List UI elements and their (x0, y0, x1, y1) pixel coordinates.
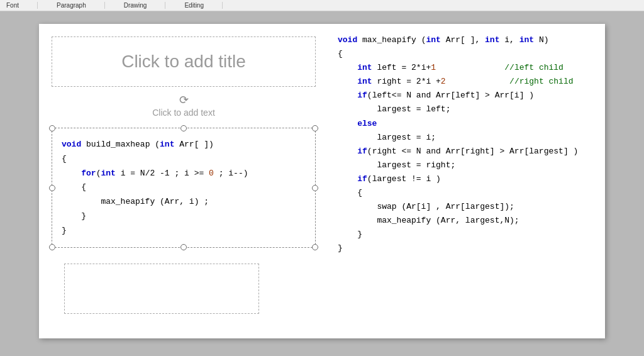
slide: Click to add title ⟳ Click to add text (39, 24, 605, 338)
toolbar-editing: Editing (184, 2, 204, 9)
rotate-icon: ⟳ (179, 93, 189, 107)
handle-tr[interactable] (312, 125, 318, 131)
slide-area: Click to add title ⟳ Click to add text (0, 11, 644, 356)
handle-ml[interactable] (49, 185, 55, 191)
handle-tl[interactable] (49, 125, 55, 131)
code-box-left[interactable]: void build_maxheap (int Arr[ ]) { for(in… (52, 128, 316, 248)
slide-left: Click to add title ⟳ Click to add text (39, 24, 328, 338)
toolbar-font: Font (6, 2, 19, 9)
subtitle-placeholder: Click to add text (152, 106, 215, 118)
title-box[interactable]: Click to add title (52, 36, 316, 87)
subtitle-area[interactable]: ⟳ Click to add text (52, 93, 316, 118)
handle-mr[interactable] (312, 185, 318, 191)
toolbar-drawing: Drawing (124, 2, 147, 9)
handle-bm[interactable] (180, 244, 187, 250)
handle-tm[interactable] (180, 125, 187, 131)
right-code-content: void max_heapify (int Arr[ ], int i, int… (338, 33, 596, 256)
toolbar: Font Paragraph Drawing Editing (0, 0, 644, 11)
handle-br[interactable] (312, 244, 318, 250)
bottom-content-box[interactable] (64, 264, 259, 314)
handle-bl[interactable] (49, 244, 55, 250)
toolbar-paragraph: Paragraph (57, 2, 86, 9)
title-placeholder: Click to add title (121, 52, 246, 72)
slide-right: void max_heapify (int Arr[ ], int i, int… (328, 24, 605, 338)
left-code-content: void build_maxheap (int Arr[ ]) { for(in… (62, 138, 306, 238)
